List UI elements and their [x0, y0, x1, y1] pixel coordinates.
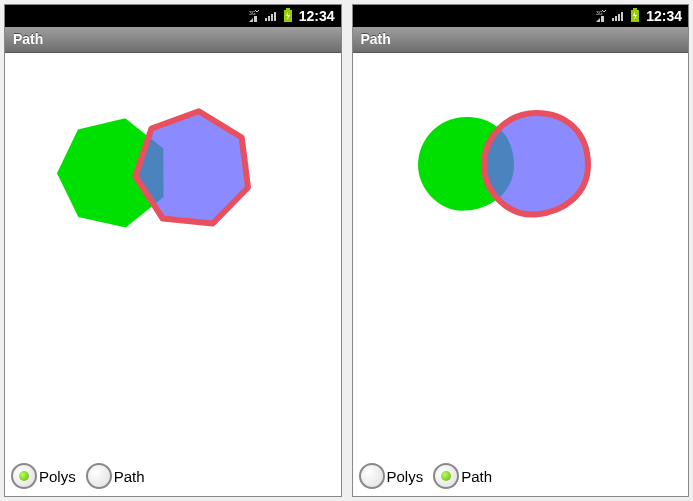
app-title-bar: Path — [5, 27, 341, 53]
drawing-canvas — [353, 53, 690, 458]
radio-path-label: Path — [461, 468, 492, 485]
radio-group-polys: Polys — [11, 463, 76, 489]
svg-marker-4 — [135, 111, 248, 223]
canvas-area[interactable] — [5, 53, 341, 456]
radio-path[interactable] — [433, 463, 459, 489]
svg-text:3G: 3G — [596, 10, 603, 16]
radio-polys-label: Polys — [387, 468, 424, 485]
status-bar: 3G 12:34 — [353, 5, 689, 27]
app-title: Path — [13, 31, 43, 47]
svg-rect-6 — [633, 8, 637, 10]
radio-path[interactable] — [86, 463, 112, 489]
app-title: Path — [361, 31, 391, 47]
drawing-canvas — [5, 53, 342, 458]
status-clock: 12:34 — [299, 8, 335, 24]
radio-polys[interactable] — [11, 463, 37, 489]
status-icons: 3G 12:34 — [596, 8, 682, 25]
status-bar: 3G 12:34 — [5, 5, 341, 27]
battery-icon — [283, 8, 293, 25]
network-3g-icon: 3G — [596, 10, 608, 22]
svg-rect-1 — [286, 8, 290, 10]
device-screen-left: 3G 12:34 Path Polys Path — [4, 4, 342, 497]
status-clock: 12:34 — [646, 8, 682, 24]
radio-path-label: Path — [114, 468, 145, 485]
radio-group-path: Path — [86, 463, 145, 489]
svg-text:3G: 3G — [249, 10, 256, 16]
signal-bars-icon — [612, 9, 626, 24]
radio-group-polys: Polys — [359, 463, 424, 489]
battery-icon — [630, 8, 640, 25]
radio-bar: Polys Path — [5, 456, 341, 496]
canvas-area[interactable] — [353, 53, 689, 456]
radio-polys-label: Polys — [39, 468, 76, 485]
radio-polys[interactable] — [359, 463, 385, 489]
signal-bars-icon — [265, 9, 279, 24]
radio-bar: Polys Path — [353, 456, 689, 496]
radio-group-path: Path — [433, 463, 492, 489]
app-title-bar: Path — [353, 27, 689, 53]
device-screen-right: 3G 12:34 Path Polys Path — [352, 4, 690, 497]
network-3g-icon: 3G — [249, 10, 261, 22]
status-icons: 3G 12:34 — [249, 8, 335, 25]
